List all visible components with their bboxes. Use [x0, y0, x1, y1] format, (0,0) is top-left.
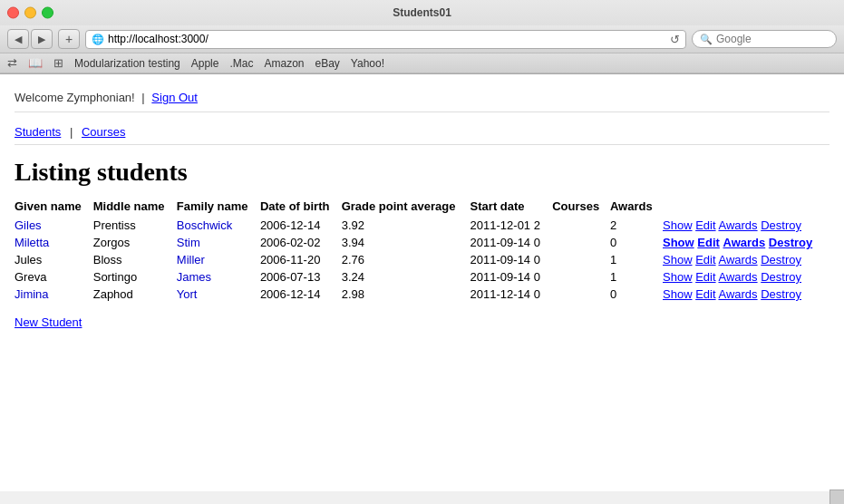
start-date: 2011-12-14 0 [471, 286, 553, 303]
bookmark-ebay[interactable]: eBay [315, 57, 339, 70]
given-name-link[interactable]: Miletta [15, 236, 49, 249]
middle-name: Bloss [93, 251, 177, 268]
action-destroy-link[interactable]: Destroy [761, 287, 801, 301]
bookmark-yahoo[interactable]: Yahoo! [351, 57, 384, 70]
action-awards-link[interactable]: Awards [723, 236, 765, 249]
refresh-button[interactable]: ↺ [670, 33, 680, 46]
action-awards-link[interactable]: Awards [718, 287, 757, 301]
bookmark-modularization[interactable]: Modularization testing [74, 57, 180, 70]
back-forward-icon[interactable]: ⇄ [7, 56, 17, 70]
gpa: 2.98 [342, 286, 471, 303]
table-header-row: Given name Middle name Family name Date … [15, 198, 829, 217]
sign-out-link[interactable]: Sign Out [151, 91, 198, 104]
family-name-link[interactable]: James [177, 270, 211, 284]
window-chrome: Students01 ◀ ▶ + 🌐 ↺ 🔍 ⇄ 📖 ⊞ Modularizat… [0, 0, 844, 74]
nav-arrows: ◀ ▶ [7, 29, 53, 49]
col-family-name: Family name [177, 198, 260, 217]
action-awards-link[interactable]: Awards [718, 253, 757, 267]
nav-pipe: | [70, 125, 73, 139]
action-show-link[interactable]: Show [663, 253, 693, 267]
middle-name: Zorgos [93, 234, 177, 251]
search-input[interactable] [716, 33, 844, 45]
action-awards-link[interactable]: Awards [718, 218, 757, 232]
students-nav-link[interactable]: Students [15, 125, 61, 139]
awards-count: 2 [610, 217, 663, 234]
search-bar: 🔍 [692, 30, 837, 48]
family-name-link[interactable]: Stim [177, 236, 200, 249]
action-destroy-link[interactable]: Destroy [769, 236, 812, 249]
start-date: 2011-09-14 0 [471, 268, 553, 286]
new-tab-button[interactable]: + [58, 29, 80, 49]
action-edit-link[interactable]: Edit [695, 253, 715, 267]
action-destroy-link[interactable]: Destroy [761, 270, 801, 284]
welcome-separator: | [141, 91, 148, 104]
action-edit-link[interactable]: Edit [697, 236, 720, 249]
courses-count [552, 286, 610, 303]
action-show-link[interactable]: Show [663, 287, 693, 301]
url-bar-container: 🌐 ↺ [85, 30, 686, 49]
given-name-link[interactable]: Giles [15, 218, 42, 232]
dob: 2006-11-20 [260, 251, 342, 268]
nav-bar: ◀ ▶ + 🌐 ↺ 🔍 [0, 25, 844, 53]
page-heading: Listing students [15, 158, 829, 187]
col-actions [663, 198, 829, 217]
courses-count [552, 217, 610, 234]
forward-button[interactable]: ▶ [31, 29, 53, 49]
dob: 2006-12-14 [260, 217, 342, 234]
back-button[interactable]: ◀ [7, 29, 29, 49]
action-destroy-link[interactable]: Destroy [761, 218, 801, 232]
bookmark-apple[interactable]: Apple [191, 57, 219, 70]
action-awards-link[interactable]: Awards [718, 270, 757, 284]
dob: 2006-12-14 [260, 286, 342, 303]
start-date: 2011-09-14 0 [471, 251, 553, 268]
action-show-link[interactable]: Show [663, 236, 694, 249]
dob: 2006-02-02 [260, 234, 342, 251]
col-dob: Date of birth [260, 198, 342, 217]
awards-count: 0 [610, 286, 663, 303]
page-wrapper: Welcome Zymphonian! | Sign Out Students … [0, 74, 844, 491]
gpa: 3.24 [342, 268, 471, 286]
action-edit-link[interactable]: Edit [695, 218, 715, 232]
actions-cell: Show Edit Awards Destroy [663, 234, 829, 251]
url-input[interactable] [108, 33, 666, 45]
reading-list-icon[interactable]: 📖 [28, 56, 43, 70]
close-button[interactable] [7, 7, 19, 19]
window-title: Students01 [393, 6, 451, 19]
gpa: 2.76 [342, 251, 471, 268]
family-name-link[interactable]: Miller [177, 253, 205, 267]
actions-cell: Show Edit Awards Destroy [663, 217, 829, 234]
col-start-date: Start date [471, 198, 553, 217]
start-date: 2011-12-01 2 [471, 217, 553, 234]
bookmark-amazon[interactable]: Amazon [264, 57, 304, 70]
gpa: 3.92 [342, 217, 471, 234]
grid-icon[interactable]: ⊞ [53, 56, 63, 70]
bookmarks-bar: ⇄ 📖 ⊞ Modularization testing Apple .Mac … [0, 53, 844, 73]
awards-count: 1 [610, 268, 663, 286]
col-courses: Courses [552, 198, 610, 217]
bookmark-mac[interactable]: .Mac [229, 57, 253, 70]
security-icon: 🌐 [92, 34, 104, 45]
courses-nav-link[interactable]: Courses [82, 125, 125, 139]
action-show-link[interactable]: Show [663, 270, 693, 284]
minimize-button[interactable] [24, 7, 36, 19]
action-edit-link[interactable]: Edit [695, 270, 715, 284]
family-name-link[interactable]: Boschwick [177, 218, 232, 232]
family-name-link[interactable]: Yort [177, 287, 198, 301]
middle-name: Sortingo [93, 268, 177, 286]
action-destroy-link[interactable]: Destroy [761, 253, 801, 267]
given-name-link[interactable]: Jimina [15, 287, 49, 301]
dob: 2006-07-13 [260, 268, 342, 286]
table-row: MilettaZorgosStim2006-02-023.942011-09-1… [15, 234, 829, 251]
action-show-link[interactable]: Show [663, 218, 693, 232]
status-bar [829, 489, 844, 491]
students-table: Given name Middle name Family name Date … [15, 198, 829, 303]
col-middle-name: Middle name [93, 198, 177, 217]
middle-name: Zaphod [93, 286, 177, 303]
action-edit-link[interactable]: Edit [695, 287, 715, 301]
actions-cell: Show Edit Awards Destroy [663, 251, 829, 268]
col-given-name: Given name [15, 198, 93, 217]
new-student-link[interactable]: New Student [15, 315, 82, 329]
col-gpa: Grade point average [342, 198, 471, 217]
middle-name: Prentiss [93, 217, 177, 234]
maximize-button[interactable] [42, 7, 53, 19]
